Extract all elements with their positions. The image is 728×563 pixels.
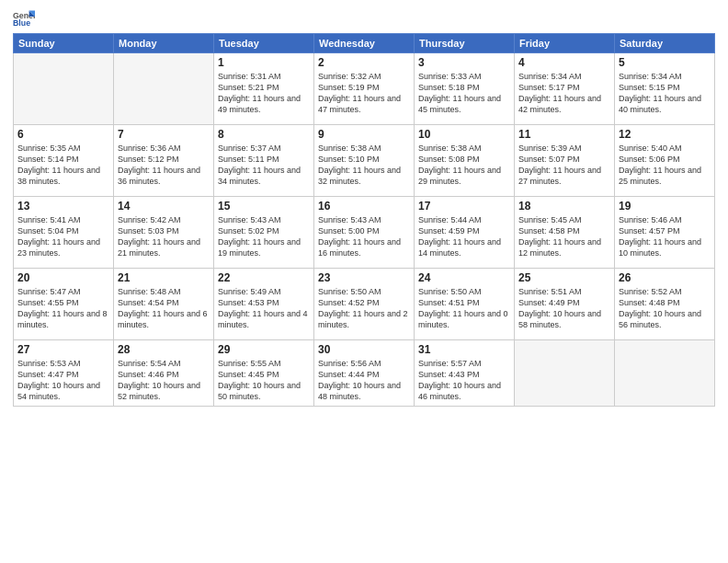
day-cell: 27Sunrise: 5:53 AMSunset: 4:47 PMDayligh… bbox=[14, 340, 114, 407]
day-cell bbox=[114, 53, 214, 125]
day-cell: 28Sunrise: 5:54 AMSunset: 4:46 PMDayligh… bbox=[114, 340, 214, 407]
calendar-container: General Blue SundayMondayTuesdayWednesda… bbox=[0, 0, 728, 563]
day-header-friday: Friday bbox=[515, 34, 615, 53]
day-cell: 24Sunrise: 5:50 AMSunset: 4:51 PMDayligh… bbox=[415, 269, 515, 340]
day-number: 10 bbox=[418, 128, 510, 141]
day-cell: 13Sunrise: 5:41 AMSunset: 5:04 PMDayligh… bbox=[14, 197, 114, 269]
day-cell: 30Sunrise: 5:56 AMSunset: 4:44 PMDayligh… bbox=[314, 340, 415, 407]
day-number: 13 bbox=[17, 200, 109, 213]
day-cell: 9Sunrise: 5:38 AMSunset: 5:10 PMDaylight… bbox=[314, 125, 415, 197]
day-cell: 26Sunrise: 5:52 AMSunset: 4:48 PMDayligh… bbox=[615, 269, 715, 340]
day-header-tuesday: Tuesday bbox=[214, 34, 314, 53]
week-row-5: 27Sunrise: 5:53 AMSunset: 4:47 PMDayligh… bbox=[14, 340, 715, 407]
day-number: 19 bbox=[619, 200, 711, 213]
day-header-thursday: Thursday bbox=[415, 34, 515, 53]
week-row-4: 20Sunrise: 5:47 AMSunset: 4:55 PMDayligh… bbox=[14, 269, 715, 340]
day-cell: 16Sunrise: 5:43 AMSunset: 5:00 PMDayligh… bbox=[314, 197, 415, 269]
day-info: Sunrise: 5:34 AMSunset: 5:17 PMDaylight:… bbox=[518, 71, 610, 116]
logo: General Blue bbox=[13, 9, 37, 28]
day-number: 18 bbox=[518, 200, 610, 213]
day-cell: 31Sunrise: 5:57 AMSunset: 4:43 PMDayligh… bbox=[415, 340, 515, 407]
day-cell: 22Sunrise: 5:49 AMSunset: 4:53 PMDayligh… bbox=[214, 269, 314, 340]
day-info: Sunrise: 5:57 AMSunset: 4:43 PMDaylight:… bbox=[418, 358, 510, 403]
day-number: 3 bbox=[418, 56, 510, 69]
day-info: Sunrise: 5:50 AMSunset: 4:51 PMDaylight:… bbox=[418, 286, 510, 331]
day-cell: 17Sunrise: 5:44 AMSunset: 4:59 PMDayligh… bbox=[415, 197, 515, 269]
day-cell: 25Sunrise: 5:51 AMSunset: 4:49 PMDayligh… bbox=[515, 269, 615, 340]
day-cell: 20Sunrise: 5:47 AMSunset: 4:55 PMDayligh… bbox=[14, 269, 114, 340]
day-info: Sunrise: 5:37 AMSunset: 5:11 PMDaylight:… bbox=[218, 143, 310, 188]
day-number: 6 bbox=[17, 128, 109, 141]
day-number: 24 bbox=[418, 271, 510, 284]
day-number: 1 bbox=[218, 56, 310, 69]
day-cell bbox=[14, 53, 114, 125]
day-number: 14 bbox=[118, 200, 210, 213]
day-cell: 11Sunrise: 5:39 AMSunset: 5:07 PMDayligh… bbox=[515, 125, 615, 197]
day-info: Sunrise: 5:41 AMSunset: 5:04 PMDaylight:… bbox=[17, 214, 109, 259]
day-cell bbox=[615, 340, 715, 407]
day-cell: 5Sunrise: 5:34 AMSunset: 5:15 PMDaylight… bbox=[615, 53, 715, 125]
day-cell bbox=[515, 340, 615, 407]
day-info: Sunrise: 5:38 AMSunset: 5:08 PMDaylight:… bbox=[418, 143, 510, 188]
day-number: 23 bbox=[318, 271, 410, 284]
day-cell: 7Sunrise: 5:36 AMSunset: 5:12 PMDaylight… bbox=[114, 125, 214, 197]
day-number: 31 bbox=[418, 343, 510, 356]
day-number: 29 bbox=[218, 343, 310, 356]
day-cell: 14Sunrise: 5:42 AMSunset: 5:03 PMDayligh… bbox=[114, 197, 214, 269]
day-header-wednesday: Wednesday bbox=[314, 34, 415, 53]
day-number: 22 bbox=[218, 271, 310, 284]
day-cell: 4Sunrise: 5:34 AMSunset: 5:17 PMDaylight… bbox=[515, 53, 615, 125]
day-info: Sunrise: 5:46 AMSunset: 4:57 PMDaylight:… bbox=[619, 214, 711, 259]
day-cell: 29Sunrise: 5:55 AMSunset: 4:45 PMDayligh… bbox=[214, 340, 314, 407]
day-info: Sunrise: 5:32 AMSunset: 5:19 PMDaylight:… bbox=[318, 71, 410, 116]
day-info: Sunrise: 5:44 AMSunset: 4:59 PMDaylight:… bbox=[418, 214, 510, 259]
day-info: Sunrise: 5:48 AMSunset: 4:54 PMDaylight:… bbox=[118, 286, 210, 331]
day-info: Sunrise: 5:43 AMSunset: 5:00 PMDaylight:… bbox=[318, 214, 410, 259]
day-number: 15 bbox=[218, 200, 310, 213]
day-number: 2 bbox=[318, 56, 410, 69]
day-cell: 1Sunrise: 5:31 AMSunset: 5:21 PMDaylight… bbox=[214, 53, 314, 125]
day-info: Sunrise: 5:40 AMSunset: 5:06 PMDaylight:… bbox=[619, 143, 711, 188]
day-number: 20 bbox=[17, 271, 109, 284]
day-info: Sunrise: 5:50 AMSunset: 4:52 PMDaylight:… bbox=[318, 286, 410, 331]
week-row-1: 1Sunrise: 5:31 AMSunset: 5:21 PMDaylight… bbox=[14, 53, 715, 125]
day-number: 26 bbox=[619, 271, 711, 284]
header: General Blue bbox=[13, 9, 715, 28]
day-cell: 15Sunrise: 5:43 AMSunset: 5:02 PMDayligh… bbox=[214, 197, 314, 269]
header-row: SundayMondayTuesdayWednesdayThursdayFrid… bbox=[14, 34, 715, 53]
day-info: Sunrise: 5:47 AMSunset: 4:55 PMDaylight:… bbox=[17, 286, 109, 331]
day-info: Sunrise: 5:53 AMSunset: 4:47 PMDaylight:… bbox=[17, 358, 109, 403]
day-info: Sunrise: 5:34 AMSunset: 5:15 PMDaylight:… bbox=[619, 71, 711, 116]
day-cell: 21Sunrise: 5:48 AMSunset: 4:54 PMDayligh… bbox=[114, 269, 214, 340]
day-cell: 6Sunrise: 5:35 AMSunset: 5:14 PMDaylight… bbox=[14, 125, 114, 197]
day-number: 30 bbox=[318, 343, 410, 356]
day-info: Sunrise: 5:45 AMSunset: 4:58 PMDaylight:… bbox=[518, 214, 610, 259]
day-info: Sunrise: 5:39 AMSunset: 5:07 PMDaylight:… bbox=[518, 143, 610, 188]
day-cell: 2Sunrise: 5:32 AMSunset: 5:19 PMDaylight… bbox=[314, 53, 415, 125]
day-number: 7 bbox=[118, 128, 210, 141]
day-header-sunday: Sunday bbox=[14, 34, 114, 53]
day-cell: 18Sunrise: 5:45 AMSunset: 4:58 PMDayligh… bbox=[515, 197, 615, 269]
day-info: Sunrise: 5:55 AMSunset: 4:45 PMDaylight:… bbox=[218, 358, 310, 403]
day-info: Sunrise: 5:36 AMSunset: 5:12 PMDaylight:… bbox=[118, 143, 210, 188]
day-number: 8 bbox=[218, 128, 310, 141]
day-info: Sunrise: 5:31 AMSunset: 5:21 PMDaylight:… bbox=[218, 71, 310, 116]
day-info: Sunrise: 5:43 AMSunset: 5:02 PMDaylight:… bbox=[218, 214, 310, 259]
day-cell: 19Sunrise: 5:46 AMSunset: 4:57 PMDayligh… bbox=[615, 197, 715, 269]
day-number: 21 bbox=[118, 271, 210, 284]
day-info: Sunrise: 5:42 AMSunset: 5:03 PMDaylight:… bbox=[118, 214, 210, 259]
svg-text:Blue: Blue bbox=[13, 18, 30, 28]
day-number: 11 bbox=[518, 128, 610, 141]
day-info: Sunrise: 5:49 AMSunset: 4:53 PMDaylight:… bbox=[218, 286, 310, 331]
calendar-table: SundayMondayTuesdayWednesdayThursdayFrid… bbox=[13, 33, 715, 407]
day-info: Sunrise: 5:52 AMSunset: 4:48 PMDaylight:… bbox=[619, 286, 711, 331]
day-info: Sunrise: 5:33 AMSunset: 5:18 PMDaylight:… bbox=[418, 71, 510, 116]
day-number: 5 bbox=[619, 56, 711, 69]
day-cell: 23Sunrise: 5:50 AMSunset: 4:52 PMDayligh… bbox=[314, 269, 415, 340]
day-number: 9 bbox=[318, 128, 410, 141]
week-row-2: 6Sunrise: 5:35 AMSunset: 5:14 PMDaylight… bbox=[14, 125, 715, 197]
day-number: 4 bbox=[518, 56, 610, 69]
day-info: Sunrise: 5:51 AMSunset: 4:49 PMDaylight:… bbox=[518, 286, 610, 331]
day-cell: 3Sunrise: 5:33 AMSunset: 5:18 PMDaylight… bbox=[415, 53, 515, 125]
day-number: 27 bbox=[17, 343, 109, 356]
